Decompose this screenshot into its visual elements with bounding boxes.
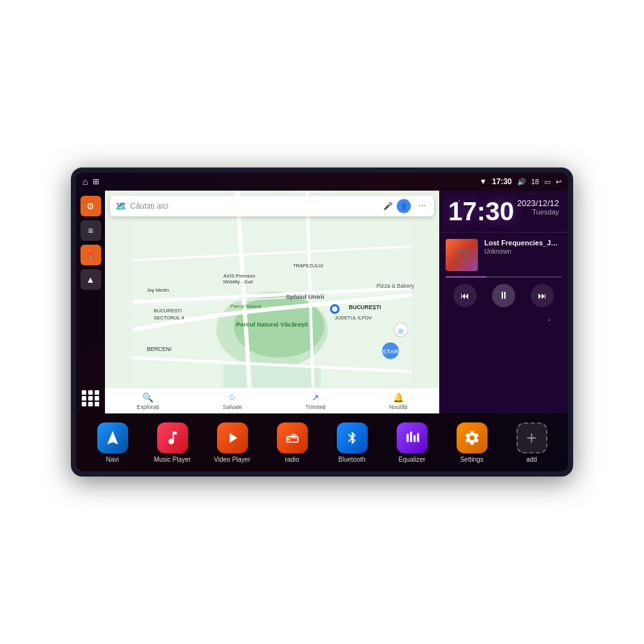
- app-settings[interactable]: Settings: [450, 422, 495, 463]
- svg-text:Mobility - Sud: Mobility - Sud: [223, 279, 253, 285]
- map-nav-explore[interactable]: 🔍 Explorați: [137, 392, 159, 410]
- device-screen: ⌂ ⊞ ▼ 17:30 🔊 18 ▭ ↩ ⚙ ≡ 📍 ▲: [76, 173, 568, 471]
- navi-label: Navi: [106, 456, 118, 463]
- map-settings-icon[interactable]: ⋯: [415, 199, 429, 213]
- google-maps-icon: 🗺️: [115, 201, 126, 211]
- video-player-icon: [217, 422, 248, 453]
- svg-text:Joy Merlin: Joy Merlin: [147, 287, 169, 293]
- map-nav-explore-label: Explorați: [137, 404, 159, 410]
- map-svg: Splaiul Unirii Parcul Natural Văcărești …: [105, 191, 439, 413]
- volume-icon: 🔊: [517, 178, 526, 186]
- music-prev-button[interactable]: ⏮: [453, 284, 477, 307]
- right-panel: 17:30 2023/12/12 Tuesday 🎵 Lost Freq: [439, 191, 568, 413]
- svg-text:STAR: STAR: [383, 348, 399, 355]
- clock-day-value: Tuesday: [517, 208, 559, 216]
- apps-icon[interactable]: ⊞: [93, 177, 99, 186]
- svg-rect-36: [417, 433, 419, 442]
- news-icon: 🔔: [393, 392, 404, 402]
- home-icon[interactable]: ⌂: [82, 176, 88, 187]
- music-player-icon: [157, 422, 188, 453]
- map-bottom-nav: 🔍 Explorați ☆ Salvate ↗ Trimiteți 🔔 Nout…: [105, 388, 439, 413]
- status-time: 17:30: [492, 177, 512, 186]
- status-bar: ⌂ ⊞ ▼ 17:30 🔊 18 ▭ ↩: [76, 173, 568, 191]
- svg-text:SECTORUL 4: SECTORUL 4: [154, 315, 184, 321]
- sidebar-files-btn[interactable]: ≡: [80, 220, 101, 241]
- main-content: ⚙ ≡ 📍 ▲: [76, 191, 568, 413]
- clock-time: 17:30: [448, 197, 514, 225]
- mic-icon[interactable]: 🎤: [383, 202, 393, 211]
- sidebar-navigate-btn[interactable]: ▲: [80, 269, 101, 290]
- music-controls: ⏮ ⏸ ⏭: [446, 284, 562, 307]
- app-dock: Navi Music Player Video Player: [76, 413, 568, 471]
- svg-rect-34: [410, 431, 412, 442]
- map-nav-saved[interactable]: ☆ Salvate: [223, 392, 242, 410]
- sidebar-location-btn[interactable]: 📍: [80, 245, 101, 265]
- add-icon: +: [516, 422, 547, 453]
- music-player-label: Music Player: [154, 456, 191, 463]
- map-nav-saved-label: Salvate: [223, 404, 242, 410]
- app-equalizer[interactable]: Equalizer: [390, 422, 435, 463]
- music-album-art: 🎵: [446, 239, 478, 271]
- music-title: Lost Frequencies_Janie...: [484, 239, 562, 247]
- svg-text:Parcul Natural: Parcul Natural: [231, 303, 261, 309]
- explore-icon: 🔍: [142, 392, 153, 402]
- svg-text:BUCUREȘTI: BUCUREȘTI: [154, 308, 182, 314]
- sidebar-apps-btn[interactable]: [80, 388, 101, 408]
- music-next-button[interactable]: ⏭: [531, 284, 554, 307]
- app-navi[interactable]: Navi: [90, 422, 135, 463]
- map-background: Splaiul Unirii Parcul Natural Văcărești …: [105, 191, 439, 413]
- device: ⌂ ⊞ ▼ 17:30 🔊 18 ▭ ↩ ⚙ ≡ 📍 ▲: [71, 167, 573, 477]
- back-icon[interactable]: ↩: [556, 178, 562, 186]
- app-video-player[interactable]: Video Player: [210, 422, 255, 463]
- share-icon: ↗: [312, 392, 319, 402]
- user-avatar[interactable]: 👤: [397, 199, 411, 213]
- app-bluetooth[interactable]: Bluetooth: [330, 422, 375, 463]
- radio-label: radio: [285, 456, 299, 463]
- svg-rect-33: [406, 433, 408, 442]
- music-info: Lost Frequencies_Janie... Unknown: [484, 239, 562, 255]
- album-art-image: 🎵: [446, 239, 478, 271]
- map-nav-news[interactable]: 🔔 Noutăți: [389, 392, 408, 410]
- radio-icon: [277, 422, 308, 453]
- svg-text:Parcul Natural Văcărești: Parcul Natural Văcărești: [236, 321, 308, 328]
- svg-point-24: [332, 306, 337, 312]
- svg-text:Pizza & Bakery: Pizza & Bakery: [377, 283, 415, 289]
- clock-date: 2023/12/12 Tuesday: [517, 198, 559, 216]
- settings-label: Settings: [460, 456, 483, 463]
- svg-text:BUCUREȘTI: BUCUREȘTI: [348, 304, 381, 310]
- sidebar: ⚙ ≡ 📍 ▲: [76, 191, 105, 413]
- music-widget: 🎵 Lost Frequencies_Janie... Unknown ⏮ ⏸: [439, 232, 568, 413]
- status-right: ▼ 17:30 🔊 18 ▭ ↩: [479, 177, 562, 186]
- svg-text:◎: ◎: [398, 327, 404, 334]
- app-add[interactable]: + add: [509, 422, 554, 463]
- music-progress-bar[interactable]: [446, 276, 562, 278]
- map-search-bar[interactable]: 🗺️ Căutați aici 🎤 👤 ⋯: [110, 196, 434, 216]
- battery-icon: ▭: [544, 178, 551, 186]
- settings-icon: [457, 422, 488, 453]
- clock-date-value: 2023/12/12: [517, 198, 559, 208]
- map-nav-share[interactable]: ↗ Trimiteți: [305, 392, 326, 410]
- sidebar-settings-btn[interactable]: ⚙: [80, 196, 101, 216]
- bluetooth-label: Bluetooth: [338, 456, 365, 463]
- clock-time-display: 17:30: [448, 198, 514, 224]
- add-label: add: [526, 456, 537, 463]
- svg-text:Splaiul Unirii: Splaiul Unirii: [286, 293, 325, 300]
- clock-widget: 17:30 2023/12/12 Tuesday: [439, 191, 568, 232]
- map-nav-share-label: Trimiteți: [305, 404, 326, 410]
- saved-icon: ☆: [228, 392, 236, 402]
- map-area[interactable]: Splaiul Unirii Parcul Natural Văcărești …: [105, 191, 439, 413]
- music-artist: Unknown: [484, 248, 562, 255]
- app-radio[interactable]: radio: [270, 422, 315, 463]
- video-player-label: Video Player: [214, 456, 251, 463]
- equalizer-label: Equalizer: [399, 456, 426, 463]
- bluetooth-icon: [337, 422, 368, 453]
- app-music-player[interactable]: Music Player: [150, 422, 195, 463]
- music-pause-button[interactable]: ⏸: [492, 284, 515, 307]
- battery-level: 18: [531, 178, 539, 185]
- svg-text:JUDEȚUL ILFOV: JUDEȚUL ILFOV: [335, 315, 372, 321]
- map-search-input[interactable]: Căutați aici: [130, 202, 379, 211]
- wifi-icon: ▼: [479, 177, 487, 186]
- equalizer-icon: [397, 422, 428, 453]
- svg-text:BERCENI: BERCENI: [147, 346, 171, 352]
- music-progress-fill: [446, 276, 486, 278]
